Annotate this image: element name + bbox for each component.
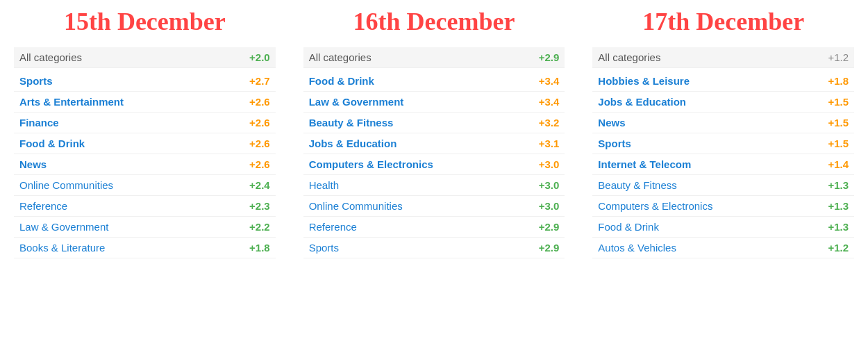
main-columns: 15th DecemberAll categories+2.0Sports+2.… xyxy=(14,7,854,258)
column-title-col3: 17th December xyxy=(592,7,854,36)
table-row: Online Communities+3.0 xyxy=(303,196,565,217)
row-value: +2.9 xyxy=(539,242,560,254)
table-row: Hobbies & Leisure+1.8 xyxy=(592,71,854,92)
table-row: All categories+2.0 xyxy=(14,47,276,68)
row-value: +1.5 xyxy=(828,96,849,108)
row-value: +2.6 xyxy=(249,158,270,170)
row-value: +3.4 xyxy=(539,75,560,87)
row-label: Arts & Entertainment xyxy=(19,96,124,108)
row-value: +1.4 xyxy=(828,158,849,170)
row-value: +2.0 xyxy=(249,51,270,63)
row-value: +2.4 xyxy=(249,179,270,191)
row-label: Food & Drink xyxy=(19,138,85,149)
row-label: Computers & Electronics xyxy=(598,200,712,212)
table-row: Beauty & Fitness+1.3 xyxy=(592,175,854,196)
table-row: Jobs & Education+1.5 xyxy=(592,92,854,113)
row-label: Beauty & Fitness xyxy=(309,117,394,129)
row-value: +1.2 xyxy=(828,242,849,254)
table-row: Computers & Electronics+1.3 xyxy=(592,196,854,217)
row-label: All categories xyxy=(598,51,660,63)
row-label: Internet & Telecom xyxy=(598,158,691,170)
table-row: Books & Literature+1.8 xyxy=(14,238,276,258)
column-title-col1: 15th December xyxy=(14,7,276,36)
table-row: Jobs & Education+3.1 xyxy=(303,133,565,154)
row-label: Sports xyxy=(309,242,339,254)
row-value: +2.2 xyxy=(249,221,270,233)
table-row: Law & Government+2.2 xyxy=(14,217,276,238)
table-row: Computers & Electronics+3.0 xyxy=(303,154,565,175)
row-label: Autos & Vehicles xyxy=(598,242,676,254)
row-value: +2.7 xyxy=(249,75,270,87)
table-row: Reference+2.9 xyxy=(303,217,565,238)
row-label: Computers & Electronics xyxy=(309,158,433,170)
table-row: All categories+1.2 xyxy=(592,47,854,68)
row-label: Beauty & Fitness xyxy=(598,179,676,191)
row-label: Jobs & Education xyxy=(309,138,397,149)
column-col3: 17th DecemberAll categories+1.2Hobbies &… xyxy=(578,7,854,258)
row-label: News xyxy=(598,117,625,129)
row-value: +1.8 xyxy=(828,75,849,87)
row-label: Sports xyxy=(19,75,53,87)
row-value: +1.8 xyxy=(249,242,270,254)
row-label: Reference xyxy=(309,221,357,233)
row-value: +3.0 xyxy=(539,158,560,170)
table-row: Food & Drink+1.3 xyxy=(592,217,854,238)
row-label: News xyxy=(19,158,47,170)
row-label: All categories xyxy=(309,51,372,63)
row-label: Food & Drink xyxy=(598,221,659,233)
table-row: Food & Drink+2.6 xyxy=(14,133,276,154)
table-row: Sports+1.5 xyxy=(592,133,854,154)
table-row: Beauty & Fitness+3.2 xyxy=(303,113,565,133)
row-value: +3.0 xyxy=(539,179,560,191)
row-label: Law & Government xyxy=(19,221,108,233)
row-value: +2.9 xyxy=(539,51,560,63)
row-label: Sports xyxy=(598,138,631,149)
table-row: Health+3.0 xyxy=(303,175,565,196)
table-row: Finance+2.6 xyxy=(14,113,276,133)
row-label: Finance xyxy=(19,117,59,129)
row-label: Books & Literature xyxy=(19,242,105,254)
row-value: +3.4 xyxy=(539,96,560,108)
table-row: Law & Government+3.4 xyxy=(303,92,565,113)
table-row: Reference+2.3 xyxy=(14,196,276,217)
table-row: Food & Drink+3.4 xyxy=(303,71,565,92)
row-value: +1.3 xyxy=(828,221,849,233)
table-row: News+2.6 xyxy=(14,154,276,175)
table-row: Sports+2.7 xyxy=(14,71,276,92)
row-value: +2.9 xyxy=(539,221,560,233)
row-label: Law & Government xyxy=(309,96,404,108)
row-value: +1.3 xyxy=(828,179,849,191)
row-label: Online Communities xyxy=(309,200,403,212)
row-label: Reference xyxy=(19,200,67,212)
row-value: +2.3 xyxy=(249,200,270,212)
row-value: +2.6 xyxy=(249,138,270,149)
column-col1: 15th DecemberAll categories+2.0Sports+2.… xyxy=(14,7,290,258)
row-label: Jobs & Education xyxy=(598,96,686,108)
row-label: Online Communities xyxy=(19,179,113,191)
row-value: +3.2 xyxy=(539,117,560,129)
column-title-col2: 16th December xyxy=(303,7,565,36)
table-row: Online Communities+2.4 xyxy=(14,175,276,196)
table-row: Arts & Entertainment+2.6 xyxy=(14,92,276,113)
table-row: Sports+2.9 xyxy=(303,238,565,258)
row-value: +2.6 xyxy=(249,96,270,108)
row-value: +1.3 xyxy=(828,200,849,212)
table-row: Internet & Telecom+1.4 xyxy=(592,154,854,175)
row-label: All categories xyxy=(19,51,82,63)
row-value: +3.1 xyxy=(539,138,560,149)
row-value: +1.2 xyxy=(828,51,849,63)
table-row: News+1.5 xyxy=(592,113,854,133)
row-value: +1.5 xyxy=(828,117,849,129)
row-value: +2.6 xyxy=(249,117,270,129)
table-row: All categories+2.9 xyxy=(303,47,565,68)
row-label: Health xyxy=(309,179,339,191)
row-label: Hobbies & Leisure xyxy=(598,75,690,87)
row-value: +3.0 xyxy=(539,200,560,212)
row-label: Food & Drink xyxy=(309,75,374,87)
column-col2: 16th DecemberAll categories+2.9Food & Dr… xyxy=(290,7,579,258)
row-value: +1.5 xyxy=(828,138,849,149)
table-row: Autos & Vehicles+1.2 xyxy=(592,238,854,258)
